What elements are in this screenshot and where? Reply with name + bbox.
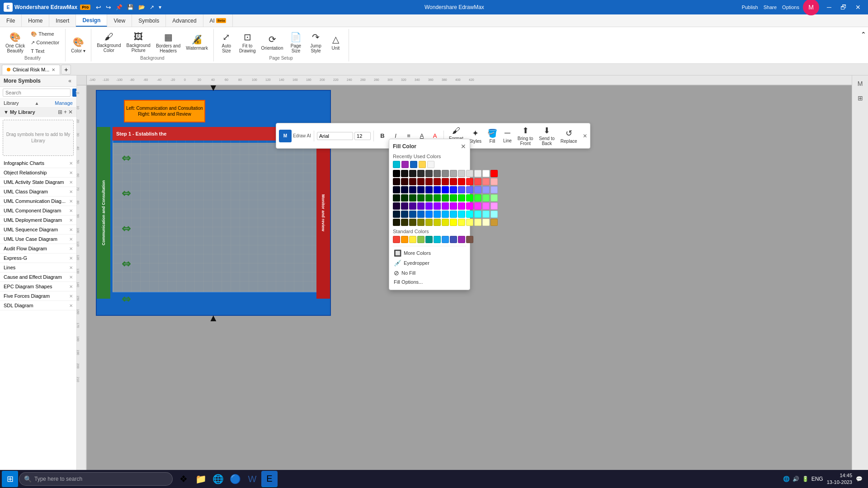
cs[interactable]: [474, 194, 481, 202]
symbol-item-uml-activity[interactable]: UML Activity State Diagram ✕: [0, 178, 76, 187]
cs[interactable]: [401, 202, 408, 210]
symbol-close[interactable]: ✕: [69, 284, 73, 289]
cs[interactable]: [425, 202, 433, 210]
cs[interactable]: [393, 186, 400, 193]
cs[interactable]: [474, 170, 481, 177]
send-to-back-button[interactable]: ⬇ Send toBack: [537, 125, 557, 147]
cs[interactable]: [417, 219, 425, 226]
symbol-item-object-relationship[interactable]: Object Relationship ✕: [0, 168, 76, 178]
manage-label[interactable]: Manage: [55, 100, 73, 106]
taskbar-search[interactable]: 🔍 Type here to search: [19, 472, 173, 486]
share-button[interactable]: Share: [764, 5, 777, 10]
cs[interactable]: [442, 170, 449, 177]
cs[interactable]: [442, 178, 449, 185]
symbol-close[interactable]: ✕: [69, 199, 73, 204]
symbol-item-sdl[interactable]: SDL Diagram ✕: [0, 301, 76, 310]
cs[interactable]: [482, 194, 490, 202]
cs[interactable]: [425, 178, 433, 185]
cs[interactable]: [466, 178, 473, 185]
cs[interactable]: [409, 170, 416, 177]
cs[interactable]: [401, 170, 408, 177]
my-library-add-button[interactable]: +: [64, 109, 67, 115]
cs[interactable]: [434, 211, 441, 218]
connector-button[interactable]: ↗ Connector: [28, 39, 61, 47]
cs[interactable]: [417, 186, 425, 193]
symbol-item-five-forces[interactable]: Five Forces Diagram ✕: [0, 291, 76, 301]
cs[interactable]: [393, 194, 400, 202]
cs[interactable]: [482, 178, 490, 185]
symbol-close[interactable]: ✕: [69, 227, 73, 232]
fill-options-action[interactable]: Fill Options...: [393, 278, 466, 286]
cs[interactable]: [442, 202, 449, 210]
close-button[interactable]: ✕: [852, 3, 864, 12]
communication-box[interactable]: Left: Communication and ConsultationRigh…: [124, 100, 205, 122]
cs[interactable]: [417, 178, 425, 185]
start-button[interactable]: ⊞: [2, 471, 18, 487]
bring-to-front-button[interactable]: ⬆ Bring toFront: [515, 125, 535, 147]
symbol-close[interactable]: ✕: [69, 246, 73, 251]
bold-button[interactable]: B: [377, 130, 388, 142]
cs[interactable]: [442, 219, 449, 226]
tab-design[interactable]: Design: [76, 14, 107, 27]
cs[interactable]: [491, 170, 498, 177]
symbol-item-uml-deployment[interactable]: UML Deployment Diagram ✕: [0, 216, 76, 225]
taskbar-explorer[interactable]: 📁: [193, 471, 209, 487]
symbol-close[interactable]: ✕: [69, 265, 73, 270]
cs[interactable]: [482, 186, 490, 193]
doc-tab-close[interactable]: ✕: [52, 67, 55, 72]
tab-insert[interactable]: Insert: [49, 14, 76, 27]
cs[interactable]: [491, 186, 498, 193]
doc-tab-add[interactable]: +: [61, 65, 71, 75]
symbol-close[interactable]: ✕: [69, 237, 73, 242]
sc-lime[interactable]: [417, 236, 425, 243]
cs[interactable]: [401, 178, 408, 185]
cs[interactable]: [393, 202, 400, 210]
battery-icon[interactable]: 🔋: [802, 476, 809, 482]
sc-brown[interactable]: [466, 236, 473, 243]
popup-close-button[interactable]: ✕: [461, 143, 466, 150]
symbol-item-epc[interactable]: EPC Diagram Shapes ✕: [0, 282, 76, 291]
symbol-close[interactable]: ✕: [69, 161, 73, 166]
cs[interactable]: [442, 194, 449, 202]
symbol-item-uml-class[interactable]: UML Class Diagram ✕: [0, 187, 76, 197]
cs[interactable]: [450, 186, 457, 193]
cs[interactable]: [409, 219, 416, 226]
cs[interactable]: [474, 211, 481, 218]
symbol-item-expressg[interactable]: Express-G ✕: [0, 253, 76, 263]
eyedropper-action[interactable]: 💉 Eyedropper: [393, 258, 466, 268]
cs[interactable]: [491, 194, 498, 202]
color-button[interactable]: 🎨 Color ▾: [69, 36, 87, 54]
cs[interactable]: [409, 194, 416, 202]
cs[interactable]: [466, 211, 473, 218]
symbol-item-audit[interactable]: Audit Flow Diagram ✕: [0, 244, 76, 253]
borders-headers-button[interactable]: ▦ Borders andHeaders: [154, 31, 182, 54]
options-button[interactable]: Options: [782, 5, 799, 10]
right-panel-btn-2[interactable]: ⊞: [854, 92, 867, 104]
cs[interactable]: [482, 170, 490, 177]
font-name-input[interactable]: [317, 132, 353, 140]
network-icon[interactable]: 🌐: [783, 476, 790, 482]
toolbar-close-button[interactable]: ✕: [583, 133, 587, 139]
recent-color-2[interactable]: [401, 161, 409, 168]
symbol-item-uml-sequence[interactable]: UML Sequence Diagram ✕: [0, 225, 76, 235]
cs[interactable]: [474, 202, 481, 210]
auto-size-button[interactable]: ⤢ AutoSize: [217, 31, 236, 54]
symbol-item-uml-component[interactable]: UML Component Diagram ✕: [0, 206, 76, 216]
text-button[interactable]: T Text: [28, 47, 61, 55]
symbol-close[interactable]: ✕: [69, 170, 73, 175]
cs[interactable]: [450, 178, 457, 185]
theme-button[interactable]: 🎨 Theme: [28, 30, 61, 38]
symbol-item-uml-comm[interactable]: UML Communication Diag... ✕: [0, 197, 76, 206]
line-button[interactable]: ─ Line: [501, 127, 514, 144]
sc-purple[interactable]: [458, 236, 465, 243]
collapse-ribbon-button[interactable]: ⌃: [861, 31, 866, 38]
clock[interactable]: 14:45 13-10-2023: [827, 472, 852, 486]
replace-button[interactable]: ↺ Replace: [558, 127, 580, 145]
cs[interactable]: [450, 211, 457, 218]
cs[interactable]: [450, 170, 457, 177]
recent-color-4[interactable]: [419, 161, 426, 168]
cs[interactable]: [425, 211, 433, 218]
pin-button[interactable]: 📌: [114, 3, 124, 11]
cs[interactable]: [409, 211, 416, 218]
open-button[interactable]: 📂: [137, 3, 147, 11]
